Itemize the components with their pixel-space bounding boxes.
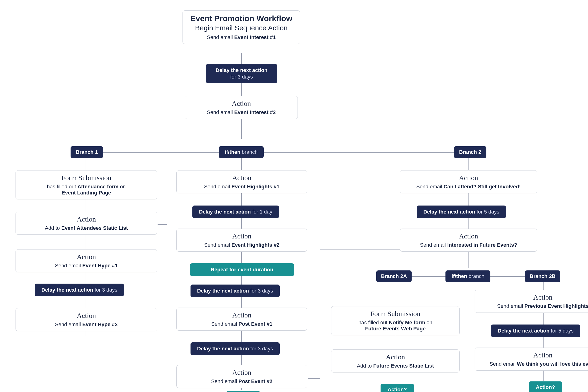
node-mid-post2: Action Send email Post Event #2 — [176, 365, 307, 388]
node-b2b-love-event: Action Send email We think you will love… — [475, 348, 588, 370]
node-mid-highlights1: Action Send email Event Highlights #1 — [176, 170, 307, 193]
node-b2-cant-attend: Action Send email Can't attend? Still ge… — [400, 170, 537, 193]
node-b2a-addlist: Action Add to Future Events Static List — [331, 350, 460, 372]
actionq-b2b[interactable]: Action? — [529, 382, 562, 392]
node-b1-hype1: Action Send email Event Hype #1 — [16, 249, 157, 272]
node-b2b-prev-highlights: Action Send email Previous Event Highlig… — [475, 290, 588, 313]
root-subtitle: Begin Email Sequence Action — [188, 24, 295, 32]
delay-b2b-5d: Delay the next action for 5 days — [491, 324, 580, 337]
node-b1-hype2: Action Send email Event Hype #2 — [16, 308, 157, 331]
node-b2-future-events: Action Send email Interested in Future E… — [400, 228, 537, 252]
pill-branch2b: Branch 2B — [525, 270, 560, 282]
node-mid-highlights2: Action Send email Event Highlights #2 — [176, 228, 307, 252]
root-title: Event Promotion Workflow — [188, 14, 295, 23]
pill-branch1: Branch 1 — [70, 146, 103, 158]
node-root: Event Promotion Workflow Begin Email Seq… — [182, 10, 300, 44]
delay-mid-3d-a: Delay the next action for 3 days — [190, 284, 280, 297]
node-action-interest2: Action Send email Event Interest #2 — [185, 96, 298, 119]
pill-branch2: Branch 2 — [454, 146, 486, 158]
root-line: Send email Event Interest #1 — [188, 34, 295, 40]
actionq-b2a[interactable]: Action? — [380, 384, 414, 392]
node-b1-form: Form Submission has filled out Attendanc… — [16, 170, 157, 200]
pill-repeat-duration: Repeat for event duration — [190, 263, 294, 276]
node-b1-addlist: Action Add to Event Attendees Static Lis… — [16, 212, 157, 235]
delay-b2-5d: Delay the next action for 5 days — [417, 206, 506, 218]
delay-b1: Delay the next action for 3 days — [35, 284, 124, 296]
node-b2a-form: Form Submission has filled out Notify Me… — [331, 306, 460, 335]
pill-ifthen-2: if/then branch — [446, 270, 490, 282]
delay-mid-1day: Delay the next action for 1 day — [192, 206, 279, 218]
pill-branch2a: Branch 2A — [376, 270, 412, 282]
node-mid-post1: Action Send email Post Event #1 — [176, 308, 307, 331]
delay-root: Delay the next action for 3 days — [206, 64, 277, 83]
actionq-mid[interactable]: Action? — [226, 391, 260, 392]
pill-ifthen-1: if/then branch — [219, 146, 264, 158]
delay-mid-3d-b: Delay the next action for 3 days — [190, 342, 280, 355]
